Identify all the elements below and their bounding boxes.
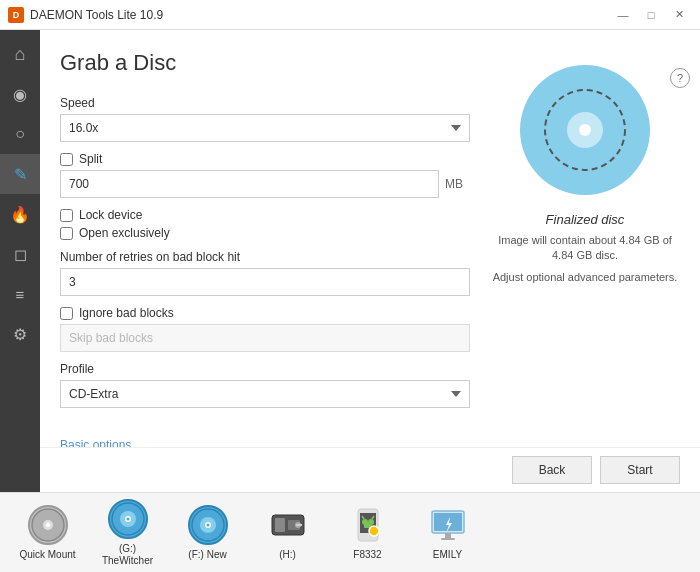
sidebar-item-burn[interactable]: 🔥	[0, 194, 40, 234]
quick-mount-label: Quick Mount	[19, 549, 75, 561]
basic-options-link[interactable]: Basic options	[60, 438, 470, 447]
open-exclusively-label[interactable]: Open exclusively	[60, 226, 470, 240]
split-checkbox[interactable]	[60, 153, 73, 166]
h-drive-icon	[268, 505, 308, 545]
top-content: Grab a Disc Speed 16.0x Split 700	[40, 30, 700, 447]
close-button[interactable]: ✕	[666, 5, 692, 25]
action-bar: Back Start	[40, 447, 700, 492]
retries-input[interactable]: 3	[60, 268, 470, 296]
sidebar-item-home[interactable]: ⌂	[0, 34, 40, 74]
window-controls: — □ ✕	[610, 5, 692, 25]
split-label: Split	[79, 152, 102, 166]
split-checkbox-label[interactable]: Split	[60, 152, 470, 166]
svg-point-29	[369, 526, 379, 536]
window-title: DAEMON Tools Lite 10.9	[30, 8, 610, 22]
h-drive-label: (H:)	[279, 549, 296, 561]
lock-device-text: Lock device	[79, 208, 142, 222]
lock-device-label[interactable]: Lock device	[60, 208, 470, 222]
emily-label: EMILY	[433, 549, 462, 561]
retries-group: Number of retries on bad block hit 3	[60, 250, 470, 296]
svg-point-7	[46, 523, 50, 527]
disc-visual	[515, 60, 655, 200]
help-button[interactable]: ?	[670, 68, 690, 88]
profile-select[interactable]: CD-Extra	[60, 380, 470, 408]
split-group: Split 700 MB	[60, 152, 470, 198]
lock-group: Lock device Open exclusively	[60, 208, 470, 240]
disc-adjust: Adjust optional advanced parameters.	[490, 270, 680, 285]
app-icon: D	[8, 7, 24, 23]
split-input-group: 700 MB	[60, 170, 470, 198]
retries-label: Number of retries on bad block hit	[60, 250, 470, 264]
sidebar-item-image[interactable]: ✎	[0, 154, 40, 194]
f8332-label: F8332	[353, 549, 381, 561]
quick-mount-icon	[28, 505, 68, 545]
svg-point-11	[126, 517, 129, 520]
open-exclusively-text: Open exclusively	[79, 226, 170, 240]
sidebar-item-virtual[interactable]: ◻	[0, 234, 40, 274]
taskbar-item-g-drive[interactable]: (G:)TheWitcher	[90, 498, 165, 568]
content-area: ? Grab a Disc Speed 16.0x Split	[40, 30, 700, 492]
lock-device-checkbox[interactable]	[60, 209, 73, 222]
form-panel: Grab a Disc Speed 16.0x Split 700	[60, 50, 470, 427]
disc-description: Image will contain about 4.84 GB of 4.84…	[490, 233, 680, 264]
taskbar-item-emily[interactable]: EMILY	[410, 498, 485, 568]
sidebar: ⌂ ◉ ○ ✎ 🔥 ◻ ≡ ⚙	[0, 30, 40, 492]
taskbar-item-quick-mount[interactable]: Quick Mount	[10, 498, 85, 568]
svg-point-15	[206, 523, 209, 526]
title-bar: D DAEMON Tools Lite 10.9 — □ ✕	[0, 0, 700, 30]
sidebar-item-drive[interactable]: ○	[0, 114, 40, 154]
svg-rect-33	[441, 538, 455, 540]
svg-rect-32	[445, 533, 451, 538]
svg-rect-21	[268, 535, 308, 543]
svg-rect-17	[275, 518, 285, 532]
svg-rect-20	[296, 524, 302, 526]
profile-group: Profile CD-Extra	[60, 362, 470, 408]
ignore-bad-blocks-text: Ignore bad blocks	[79, 306, 174, 320]
page-title: Grab a Disc	[60, 50, 470, 76]
speed-label: Speed	[60, 96, 470, 110]
taskbar-item-h-drive[interactable]: (H:)	[250, 498, 325, 568]
disc-type: Finalized disc	[490, 212, 680, 227]
speed-group: Speed 16.0x	[60, 96, 470, 142]
taskbar-item-f-drive[interactable]: (F:) New	[170, 498, 245, 568]
svg-point-4	[579, 124, 591, 136]
taskbar: Quick Mount (G:)TheWitcher (F:) New	[0, 492, 700, 572]
split-input[interactable]: 700	[60, 170, 439, 198]
start-button[interactable]: Start	[600, 456, 680, 484]
f8332-icon	[348, 505, 388, 545]
open-exclusively-checkbox[interactable]	[60, 227, 73, 240]
maximize-button[interactable]: □	[638, 5, 664, 25]
f-drive-label: (F:) New	[188, 549, 226, 561]
ignore-bad-blocks-group: Ignore bad blocks Skip bad blocks	[60, 306, 470, 352]
g-drive-icon	[108, 499, 148, 539]
sidebar-item-settings[interactable]: ⚙	[0, 314, 40, 354]
split-suffix: MB	[445, 177, 470, 191]
ignore-bad-blocks-checkbox[interactable]	[60, 307, 73, 320]
skip-bad-blocks-select[interactable]: Skip bad blocks	[60, 324, 470, 352]
taskbar-item-f8332[interactable]: F8332	[330, 498, 405, 568]
sidebar-item-tools[interactable]: ≡	[0, 274, 40, 314]
disc-info: Finalized disc Image will contain about …	[490, 212, 680, 285]
sidebar-item-disc[interactable]: ◉	[0, 74, 40, 114]
speed-select[interactable]: 16.0x	[60, 114, 470, 142]
minimize-button[interactable]: —	[610, 5, 636, 25]
g-drive-label: (G:)TheWitcher	[102, 543, 153, 567]
main-container: ⌂ ◉ ○ ✎ 🔥 ◻ ≡ ⚙ ? Grab a Disc Speed 16.0…	[0, 30, 700, 492]
disc-panel: Finalized disc Image will contain about …	[490, 50, 680, 427]
profile-label: Profile	[60, 362, 470, 376]
f-drive-icon	[188, 505, 228, 545]
emily-icon	[428, 505, 468, 545]
back-button[interactable]: Back	[512, 456, 592, 484]
ignore-bad-blocks-label[interactable]: Ignore bad blocks	[60, 306, 470, 320]
